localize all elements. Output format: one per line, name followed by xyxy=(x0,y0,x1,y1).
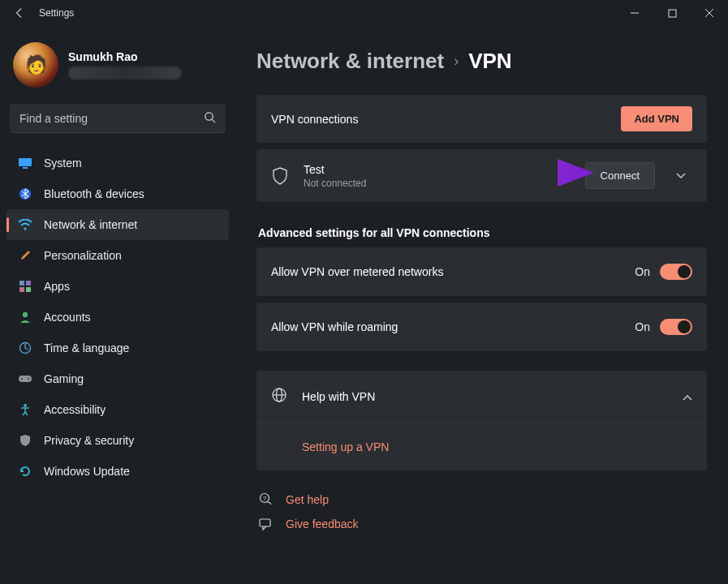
svg-point-17 xyxy=(21,378,23,380)
update-icon xyxy=(18,464,32,479)
svg-point-9 xyxy=(24,227,26,230)
add-vpn-button[interactable]: Add VPN xyxy=(621,106,692,131)
sidebar-item-label: Apps xyxy=(44,280,70,293)
vpn-name: Test xyxy=(304,163,571,176)
svg-point-14 xyxy=(23,312,28,317)
toggle-metered-row: Allow VPN over metered networks On xyxy=(256,247,707,296)
svg-point-4 xyxy=(205,112,213,119)
collapse-help-button[interactable] xyxy=(683,389,692,404)
svg-text:?: ? xyxy=(262,495,266,502)
breadcrumb-current: VPN xyxy=(468,49,511,74)
search-input[interactable]: Find a setting xyxy=(10,104,226,133)
toggle-roaming-row: Allow VPN while roaming On xyxy=(256,303,707,351)
svg-point-18 xyxy=(28,378,29,380)
toggle-label: Allow VPN while roaming xyxy=(271,320,635,333)
sidebar-item-label: System xyxy=(44,157,82,170)
give-feedback-link[interactable]: Give feedback xyxy=(258,512,707,536)
sidebar-item-personalization[interactable]: Personalization xyxy=(6,240,229,271)
chevron-right-icon: › xyxy=(454,53,459,70)
svg-point-19 xyxy=(24,404,27,407)
nav-list: System Bluetooth & devices Network & int… xyxy=(6,148,229,487)
help-link-setting-up[interactable]: Setting up a VPN xyxy=(302,440,389,453)
svg-rect-7 xyxy=(23,167,28,169)
get-help-link[interactable]: ? Get help xyxy=(258,487,707,512)
profile-email-blur xyxy=(68,67,182,79)
expand-vpn-button[interactable] xyxy=(670,170,692,182)
shield-icon xyxy=(271,167,289,185)
back-button[interactable] xyxy=(3,7,36,19)
sidebar-item-windows-update[interactable]: Windows Update xyxy=(6,456,229,487)
sidebar-item-label: Windows Update xyxy=(44,465,130,478)
vpn-status: Not connected xyxy=(304,178,571,189)
sidebar-item-label: Personalization xyxy=(44,249,122,262)
sidebar-item-system[interactable]: System xyxy=(6,148,229,178)
arrow-left-icon xyxy=(14,7,25,19)
avatar: 🧑 xyxy=(13,42,58,88)
footer-links: ? Get help Give feedback xyxy=(256,487,707,536)
breadcrumb-parent[interactable]: Network & internet xyxy=(256,49,444,74)
advanced-heading: Advanced settings for all VPN connection… xyxy=(258,226,707,239)
window-title: Settings xyxy=(39,7,74,19)
sidebar-item-time-language[interactable]: Time & language xyxy=(6,333,229,363)
accessibility-icon xyxy=(18,402,32,417)
close-button[interactable] xyxy=(691,0,728,26)
toggle-metered[interactable] xyxy=(660,264,692,280)
globe-help-icon xyxy=(271,387,287,406)
sidebar-item-label: Privacy & security xyxy=(44,434,134,447)
vpn-connections-heading: VPN connections xyxy=(271,113,621,126)
chevron-down-icon xyxy=(676,173,686,179)
help-card: Help with VPN Setting up a VPN xyxy=(256,371,707,470)
sidebar-item-label: Accessibility xyxy=(44,403,106,416)
title-bar: Settings xyxy=(0,0,728,26)
chevron-up-icon xyxy=(683,394,692,401)
sidebar-item-apps[interactable]: Apps xyxy=(6,271,229,302)
vpn-connections-card: VPN connections Add VPN xyxy=(256,95,707,143)
sidebar: 🧑 Sumukh Rao Find a setting System Bluet… xyxy=(0,26,235,584)
get-help-label: Get help xyxy=(286,493,329,506)
maximize-icon xyxy=(668,9,677,18)
minimize-button[interactable] xyxy=(616,0,653,26)
bluetooth-icon xyxy=(18,187,32,201)
toggle-state: On xyxy=(635,320,650,333)
sidebar-item-privacy[interactable]: Privacy & security xyxy=(6,425,229,456)
help-header[interactable]: Help with VPN xyxy=(256,371,707,423)
main-content: Network & internet › VPN VPN connections… xyxy=(235,26,728,584)
close-icon xyxy=(704,8,714,18)
gamepad-icon xyxy=(18,371,32,386)
sidebar-item-label: Bluetooth & devices xyxy=(44,187,144,200)
sidebar-item-accessibility[interactable]: Accessibility xyxy=(6,394,229,425)
svg-rect-10 xyxy=(19,281,24,286)
svg-rect-1 xyxy=(669,10,676,17)
help-title: Help with VPN xyxy=(302,390,668,403)
sidebar-item-accounts[interactable]: Accounts xyxy=(6,302,229,333)
svg-rect-6 xyxy=(19,158,32,166)
sidebar-item-label: Gaming xyxy=(44,372,84,385)
search-placeholder: Find a setting xyxy=(19,112,204,125)
connect-button[interactable]: Connect xyxy=(585,162,655,189)
apps-icon xyxy=(18,279,32,294)
svg-rect-13 xyxy=(26,287,31,292)
give-feedback-label: Give feedback xyxy=(286,517,359,530)
sidebar-item-label: Accounts xyxy=(44,311,91,324)
sidebar-item-label: Network & internet xyxy=(44,218,137,231)
profile-block[interactable]: 🧑 Sumukh Rao xyxy=(6,34,229,101)
help-chat-icon: ? xyxy=(258,492,273,506)
paintbrush-icon xyxy=(18,248,32,263)
sidebar-item-gaming[interactable]: Gaming xyxy=(6,363,229,394)
sidebar-item-network[interactable]: Network & internet xyxy=(6,209,229,240)
toggle-roaming[interactable] xyxy=(660,319,692,335)
svg-line-5 xyxy=(212,119,215,122)
minimize-icon xyxy=(630,8,640,18)
search-icon xyxy=(204,111,216,126)
window-controls xyxy=(616,0,728,26)
vpn-item-row: Test Not connected Connect xyxy=(256,149,707,202)
svg-rect-25 xyxy=(260,519,270,526)
maximize-button[interactable] xyxy=(653,0,691,26)
toggle-state: On xyxy=(635,265,650,278)
feedback-icon xyxy=(258,518,273,530)
svg-rect-11 xyxy=(26,281,31,286)
profile-name: Sumukh Rao xyxy=(68,50,182,63)
shield-small-icon xyxy=(18,433,32,448)
sidebar-item-bluetooth[interactable]: Bluetooth & devices xyxy=(6,178,229,209)
breadcrumb: Network & internet › VPN xyxy=(256,49,707,74)
